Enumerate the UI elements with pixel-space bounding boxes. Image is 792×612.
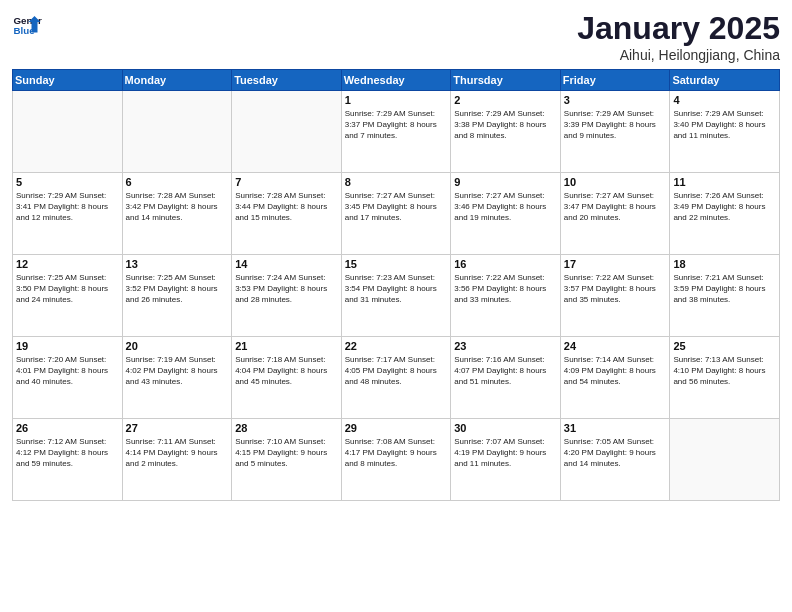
day-info: Sunrise: 7:21 AM Sunset: 3:59 PM Dayligh… xyxy=(673,272,776,306)
day-info: Sunrise: 7:18 AM Sunset: 4:04 PM Dayligh… xyxy=(235,354,338,388)
calendar-cell: 10Sunrise: 7:27 AM Sunset: 3:47 PM Dayli… xyxy=(560,173,670,255)
calendar-cell xyxy=(122,91,232,173)
day-number: 8 xyxy=(345,176,448,188)
day-info: Sunrise: 7:22 AM Sunset: 3:56 PM Dayligh… xyxy=(454,272,557,306)
week-row-4: 19Sunrise: 7:20 AM Sunset: 4:01 PM Dayli… xyxy=(13,337,780,419)
day-header-thursday: Thursday xyxy=(451,70,561,91)
day-info: Sunrise: 7:23 AM Sunset: 3:54 PM Dayligh… xyxy=(345,272,448,306)
day-number: 2 xyxy=(454,94,557,106)
calendar-cell: 1Sunrise: 7:29 AM Sunset: 3:37 PM Daylig… xyxy=(341,91,451,173)
day-number: 16 xyxy=(454,258,557,270)
calendar-cell: 19Sunrise: 7:20 AM Sunset: 4:01 PM Dayli… xyxy=(13,337,123,419)
day-info: Sunrise: 7:29 AM Sunset: 3:39 PM Dayligh… xyxy=(564,108,667,142)
calendar-cell: 6Sunrise: 7:28 AM Sunset: 3:42 PM Daylig… xyxy=(122,173,232,255)
calendar-container: General Blue January 2025 Aihui, Heilong… xyxy=(0,0,792,612)
calendar-cell: 21Sunrise: 7:18 AM Sunset: 4:04 PM Dayli… xyxy=(232,337,342,419)
calendar-cell: 16Sunrise: 7:22 AM Sunset: 3:56 PM Dayli… xyxy=(451,255,561,337)
day-number: 20 xyxy=(126,340,229,352)
day-info: Sunrise: 7:25 AM Sunset: 3:52 PM Dayligh… xyxy=(126,272,229,306)
day-number: 1 xyxy=(345,94,448,106)
calendar-cell: 14Sunrise: 7:24 AM Sunset: 3:53 PM Dayli… xyxy=(232,255,342,337)
day-number: 5 xyxy=(16,176,119,188)
day-info: Sunrise: 7:29 AM Sunset: 3:41 PM Dayligh… xyxy=(16,190,119,224)
calendar-cell: 22Sunrise: 7:17 AM Sunset: 4:05 PM Dayli… xyxy=(341,337,451,419)
calendar-cell: 25Sunrise: 7:13 AM Sunset: 4:10 PM Dayli… xyxy=(670,337,780,419)
day-info: Sunrise: 7:22 AM Sunset: 3:57 PM Dayligh… xyxy=(564,272,667,306)
day-number: 3 xyxy=(564,94,667,106)
day-info: Sunrise: 7:24 AM Sunset: 3:53 PM Dayligh… xyxy=(235,272,338,306)
day-number: 31 xyxy=(564,422,667,434)
day-number: 11 xyxy=(673,176,776,188)
calendar-cell: 11Sunrise: 7:26 AM Sunset: 3:49 PM Dayli… xyxy=(670,173,780,255)
calendar-cell xyxy=(670,419,780,501)
day-number: 7 xyxy=(235,176,338,188)
calendar-cell: 20Sunrise: 7:19 AM Sunset: 4:02 PM Dayli… xyxy=(122,337,232,419)
day-number: 14 xyxy=(235,258,338,270)
day-header-wednesday: Wednesday xyxy=(341,70,451,91)
day-number: 12 xyxy=(16,258,119,270)
day-number: 30 xyxy=(454,422,557,434)
day-header-sunday: Sunday xyxy=(13,70,123,91)
day-number: 9 xyxy=(454,176,557,188)
day-info: Sunrise: 7:10 AM Sunset: 4:15 PM Dayligh… xyxy=(235,436,338,470)
day-number: 28 xyxy=(235,422,338,434)
day-number: 27 xyxy=(126,422,229,434)
day-info: Sunrise: 7:28 AM Sunset: 3:42 PM Dayligh… xyxy=(126,190,229,224)
calendar-cell: 15Sunrise: 7:23 AM Sunset: 3:54 PM Dayli… xyxy=(341,255,451,337)
calendar-cell: 17Sunrise: 7:22 AM Sunset: 3:57 PM Dayli… xyxy=(560,255,670,337)
calendar-table: SundayMondayTuesdayWednesdayThursdayFrid… xyxy=(12,69,780,501)
day-info: Sunrise: 7:27 AM Sunset: 3:46 PM Dayligh… xyxy=(454,190,557,224)
day-info: Sunrise: 7:11 AM Sunset: 4:14 PM Dayligh… xyxy=(126,436,229,470)
day-info: Sunrise: 7:20 AM Sunset: 4:01 PM Dayligh… xyxy=(16,354,119,388)
calendar-cell: 26Sunrise: 7:12 AM Sunset: 4:12 PM Dayli… xyxy=(13,419,123,501)
calendar-cell: 12Sunrise: 7:25 AM Sunset: 3:50 PM Dayli… xyxy=(13,255,123,337)
day-info: Sunrise: 7:17 AM Sunset: 4:05 PM Dayligh… xyxy=(345,354,448,388)
day-number: 24 xyxy=(564,340,667,352)
header: General Blue January 2025 Aihui, Heilong… xyxy=(12,10,780,63)
calendar-cell: 9Sunrise: 7:27 AM Sunset: 3:46 PM Daylig… xyxy=(451,173,561,255)
day-info: Sunrise: 7:14 AM Sunset: 4:09 PM Dayligh… xyxy=(564,354,667,388)
week-row-2: 5Sunrise: 7:29 AM Sunset: 3:41 PM Daylig… xyxy=(13,173,780,255)
week-row-1: 1Sunrise: 7:29 AM Sunset: 3:37 PM Daylig… xyxy=(13,91,780,173)
day-info: Sunrise: 7:13 AM Sunset: 4:10 PM Dayligh… xyxy=(673,354,776,388)
calendar-cell: 18Sunrise: 7:21 AM Sunset: 3:59 PM Dayli… xyxy=(670,255,780,337)
day-number: 21 xyxy=(235,340,338,352)
header-row: SundayMondayTuesdayWednesdayThursdayFrid… xyxy=(13,70,780,91)
day-number: 17 xyxy=(564,258,667,270)
day-info: Sunrise: 7:26 AM Sunset: 3:49 PM Dayligh… xyxy=(673,190,776,224)
title-block: January 2025 Aihui, Heilongjiang, China xyxy=(577,10,780,63)
calendar-cell xyxy=(232,91,342,173)
day-info: Sunrise: 7:05 AM Sunset: 4:20 PM Dayligh… xyxy=(564,436,667,470)
calendar-cell: 7Sunrise: 7:28 AM Sunset: 3:44 PM Daylig… xyxy=(232,173,342,255)
day-header-tuesday: Tuesday xyxy=(232,70,342,91)
day-info: Sunrise: 7:27 AM Sunset: 3:45 PM Dayligh… xyxy=(345,190,448,224)
calendar-cell: 13Sunrise: 7:25 AM Sunset: 3:52 PM Dayli… xyxy=(122,255,232,337)
calendar-cell: 29Sunrise: 7:08 AM Sunset: 4:17 PM Dayli… xyxy=(341,419,451,501)
calendar-cell: 30Sunrise: 7:07 AM Sunset: 4:19 PM Dayli… xyxy=(451,419,561,501)
day-number: 22 xyxy=(345,340,448,352)
calendar-cell: 2Sunrise: 7:29 AM Sunset: 3:38 PM Daylig… xyxy=(451,91,561,173)
day-info: Sunrise: 7:29 AM Sunset: 3:38 PM Dayligh… xyxy=(454,108,557,142)
day-info: Sunrise: 7:07 AM Sunset: 4:19 PM Dayligh… xyxy=(454,436,557,470)
day-info: Sunrise: 7:12 AM Sunset: 4:12 PM Dayligh… xyxy=(16,436,119,470)
week-row-3: 12Sunrise: 7:25 AM Sunset: 3:50 PM Dayli… xyxy=(13,255,780,337)
day-info: Sunrise: 7:28 AM Sunset: 3:44 PM Dayligh… xyxy=(235,190,338,224)
calendar-cell: 8Sunrise: 7:27 AM Sunset: 3:45 PM Daylig… xyxy=(341,173,451,255)
day-number: 15 xyxy=(345,258,448,270)
calendar-cell: 27Sunrise: 7:11 AM Sunset: 4:14 PM Dayli… xyxy=(122,419,232,501)
day-info: Sunrise: 7:16 AM Sunset: 4:07 PM Dayligh… xyxy=(454,354,557,388)
calendar-cell: 23Sunrise: 7:16 AM Sunset: 4:07 PM Dayli… xyxy=(451,337,561,419)
calendar-cell: 5Sunrise: 7:29 AM Sunset: 3:41 PM Daylig… xyxy=(13,173,123,255)
day-number: 4 xyxy=(673,94,776,106)
logo-icon: General Blue xyxy=(12,10,42,40)
calendar-cell xyxy=(13,91,123,173)
day-info: Sunrise: 7:19 AM Sunset: 4:02 PM Dayligh… xyxy=(126,354,229,388)
calendar-cell: 28Sunrise: 7:10 AM Sunset: 4:15 PM Dayli… xyxy=(232,419,342,501)
day-number: 29 xyxy=(345,422,448,434)
location: Aihui, Heilongjiang, China xyxy=(577,47,780,63)
day-number: 10 xyxy=(564,176,667,188)
day-number: 6 xyxy=(126,176,229,188)
calendar-cell: 24Sunrise: 7:14 AM Sunset: 4:09 PM Dayli… xyxy=(560,337,670,419)
day-info: Sunrise: 7:25 AM Sunset: 3:50 PM Dayligh… xyxy=(16,272,119,306)
day-number: 25 xyxy=(673,340,776,352)
